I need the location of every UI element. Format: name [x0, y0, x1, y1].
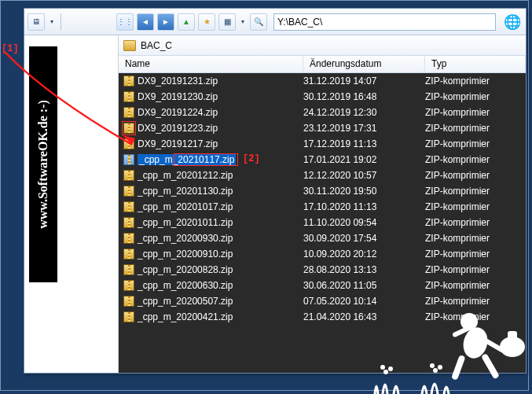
- zip-file-icon: [123, 186, 134, 197]
- column-header-name[interactable]: Name: [119, 56, 303, 72]
- main-toolbar: 🖥 ▾ ⋮⋮ ◄ ► ▲ ★ ▦ ▾ 🔍 Y:\BAC_C\ 🌐: [24, 9, 526, 35]
- up-button[interactable]: ▲: [178, 13, 195, 31]
- file-row[interactable]: DX9_20191224.zip24.12.2019 12:30ZIP-komp…: [119, 105, 526, 120]
- file-name: _cpp_m_20200910.zip: [138, 249, 233, 260]
- file-date: 17.01.2021 19:02: [303, 154, 425, 165]
- file-type: ZIP-komprimier: [425, 280, 526, 291]
- back-button[interactable]: ◄: [137, 13, 154, 31]
- file-row[interactable]: _cpp_m_20201011.zip11.10.2020 09:54ZIP-k…: [119, 215, 526, 230]
- annotation-1-label: [1]: [2, 43, 19, 54]
- list-icon: ⋮⋮: [117, 17, 133, 26]
- path-input[interactable]: Y:\BAC_C\: [273, 13, 496, 31]
- zip-file-icon: [123, 154, 134, 165]
- file-row[interactable]: DX9_20191223.zip23.12.2019 17:31ZIP-komp…: [119, 120, 526, 136]
- zip-file-icon: [123, 138, 134, 149]
- up-folder-icon: ▲: [182, 17, 190, 26]
- file-name: DX9_20191230.zip: [138, 91, 218, 102]
- forward-button[interactable]: ►: [157, 13, 174, 31]
- file-type: ZIP-komprimier: [425, 233, 526, 244]
- file-name: _cpp_m_20200828.zip: [138, 264, 233, 275]
- file-row[interactable]: _cpp_m_20201017.zip17.10.2020 11:13ZIP-k…: [119, 199, 526, 215]
- zip-file-icon: [123, 123, 134, 134]
- globe-icon[interactable]: 🌐: [502, 12, 523, 32]
- sidebar-panel: www.SoftwareOK.de :-): [24, 35, 119, 373]
- list-view-button[interactable]: ⋮⋮: [116, 13, 134, 31]
- folder-icon: [123, 40, 136, 51]
- file-date: 07.05.2020 10:14: [303, 296, 425, 307]
- file-row[interactable]: _cpp_m_20200828.zip28.08.2020 13:13ZIP-k…: [119, 262, 526, 278]
- file-date: 11.10.2020 09:54: [303, 217, 425, 228]
- column-header-type[interactable]: Typ: [425, 56, 526, 72]
- favorites-button[interactable]: ★: [198, 13, 215, 31]
- file-type: ZIP-komprimier: [425, 75, 526, 87]
- file-row[interactable]: _cpp_m_20200630.zip30.06.2020 11:05ZIP-k…: [119, 278, 526, 293]
- file-date: 17.12.2019 11:13: [303, 138, 425, 149]
- file-date: 30.06.2020 11:05: [303, 280, 425, 291]
- zip-file-icon: [123, 249, 134, 260]
- file-date: 17.10.2020 11:13: [303, 201, 425, 212]
- breadcrumb[interactable]: BAC_C: [119, 35, 526, 56]
- monitor-button[interactable]: 🖥: [28, 13, 45, 31]
- grid-view-button[interactable]: ▦: [218, 13, 236, 31]
- file-date: 12.12.2020 10:57: [303, 170, 425, 181]
- file-type: ZIP-komprimier: [425, 249, 526, 260]
- file-date: 30.09.2020 17:54: [303, 233, 425, 244]
- file-row[interactable]: _cpp_m_20200507.zip07.05.2020 10:14ZIP-k…: [119, 293, 526, 309]
- file-type: ZIP-komprimier: [425, 296, 526, 307]
- file-row[interactable]: _cpp_m_20210117.zip17.01.2021 19:02ZIP-k…: [119, 152, 526, 168]
- file-type: ZIP-komprimier: [425, 170, 526, 181]
- file-row[interactable]: DX9_20191217.zip17.12.2019 11:13ZIP-komp…: [119, 136, 526, 152]
- ad-text: www.SoftwareOK.de :-): [36, 100, 50, 229]
- file-name: DX9_20191224.zip: [138, 107, 218, 118]
- zip-file-icon: [123, 201, 134, 212]
- find-button[interactable]: 🔍: [250, 13, 267, 31]
- search-icon: 🔍: [254, 17, 263, 26]
- file-type: ZIP-komprimier: [425, 311, 526, 322]
- file-name: _cpp_m_20200507.zip: [138, 296, 233, 307]
- file-name: _cpp_m_20201130.zip: [138, 186, 233, 197]
- file-name: _cpp_m_20201011.zip: [138, 217, 233, 228]
- file-row[interactable]: _cpp_m_20201130.zip30.11.2020 19:50ZIP-k…: [119, 183, 526, 199]
- file-row[interactable]: _cpp_m_20200421.zip21.04.2020 16:43ZIP-k…: [119, 309, 526, 325]
- monitor-icon: 🖥: [32, 17, 40, 26]
- column-header-row: Name Änderungsdatum Typ: [119, 56, 526, 73]
- file-list[interactable]: DX9_20191231.zip31.12.2019 14:07ZIP-komp…: [119, 73, 526, 373]
- forward-arrow-icon: ►: [162, 17, 170, 26]
- file-row[interactable]: DX9_20191231.zip31.12.2019 14:07ZIP-komp…: [119, 73, 526, 89]
- file-name: DX9_20191231.zip: [138, 75, 218, 87]
- file-name: _cpp_m_20200930.zip: [138, 233, 233, 244]
- column-header-date[interactable]: Änderungsdatum: [303, 56, 425, 72]
- drive-dropdown[interactable]: ▾: [48, 13, 56, 31]
- file-date: 21.04.2020 16:43: [303, 311, 425, 322]
- file-name: DX9_20191223.zip: [138, 123, 218, 134]
- file-row[interactable]: _cpp_m_20201212.zip12.12.2020 10:57ZIP-k…: [119, 168, 526, 183]
- zip-file-icon: [123, 75, 134, 87]
- breadcrumb-folder-name: BAC_C: [141, 40, 172, 51]
- zip-file-icon: [123, 311, 134, 322]
- zip-file-icon: [123, 264, 134, 275]
- file-manager-window: 🖥 ▾ ⋮⋮ ◄ ► ▲ ★ ▦ ▾ 🔍 Y:\BAC_C\ 🌐 www.Sof…: [24, 8, 526, 374]
- file-type: ZIP-komprimier: [425, 201, 526, 212]
- file-name: _cpp_m_20200630.zip: [138, 280, 233, 291]
- grid-icon: ▦: [224, 17, 231, 26]
- view-dropdown[interactable]: ▾: [239, 13, 247, 31]
- file-date: 30.12.2019 16:48: [303, 91, 425, 102]
- file-type: ZIP-komprimier: [425, 154, 526, 165]
- sidebar-ad-banner[interactable]: www.SoftwareOK.de :-): [29, 46, 57, 282]
- file-type: ZIP-komprimier: [425, 107, 526, 118]
- file-date: 10.09.2020 20:12: [303, 249, 425, 260]
- file-name: _cpp_m_20201017.zip: [138, 201, 233, 212]
- file-date: 23.12.2019 17:31: [303, 123, 425, 134]
- zip-file-icon: [123, 170, 134, 181]
- file-name: _cpp_m_20201212.zip: [138, 170, 233, 181]
- back-arrow-icon: ◄: [141, 17, 149, 26]
- file-date: 28.08.2020 13:13: [303, 264, 425, 275]
- file-row[interactable]: DX9_20191230.zip30.12.2019 16:48ZIP-komp…: [119, 89, 526, 105]
- file-row[interactable]: _cpp_m_20200910.zip10.09.2020 20:12ZIP-k…: [119, 246, 526, 262]
- zip-file-icon: [123, 91, 134, 102]
- zip-file-icon: [123, 280, 134, 291]
- file-row[interactable]: _cpp_m_20200930.zip30.09.2020 17:54ZIP-k…: [119, 230, 526, 246]
- file-name: _cpp_m_20210117.zip: [138, 154, 236, 165]
- file-type: ZIP-komprimier: [425, 123, 526, 134]
- zip-file-icon: [123, 217, 134, 228]
